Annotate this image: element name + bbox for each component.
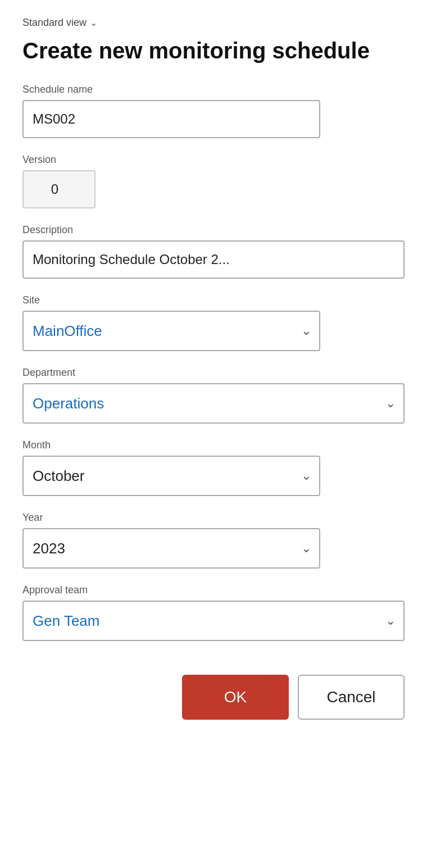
month-label: Month [22,439,405,451]
approval-team-select[interactable]: Gen Team Ops Team Finance Team [22,601,405,641]
month-select[interactable]: January February March April May June Ju… [22,456,320,496]
approval-team-label: Approval team [22,584,405,596]
site-select[interactable]: MainOffice BranchOffice [22,311,320,351]
department-select-wrapper: Operations HR IT Finance ⌄ [22,383,405,424]
version-input[interactable] [22,170,96,208]
approval-team-select-wrapper: Gen Team Ops Team Finance Team ⌄ [22,601,405,641]
description-label: Description [22,224,405,236]
department-group: Department Operations HR IT Finance ⌄ [22,367,405,424]
version-label: Version [22,154,405,166]
month-group: Month January February March April May J… [22,439,405,496]
description-input[interactable] [22,240,405,279]
page-title: Create new monitoring schedule [22,38,405,63]
ok-button[interactable]: OK [182,675,289,720]
approval-team-group: Approval team Gen Team Ops Team Finance … [22,584,405,641]
year-select[interactable]: 2021 2022 2023 2024 [22,528,320,569]
site-select-wrapper: MainOffice BranchOffice ⌄ [22,311,320,351]
year-group: Year 2021 2022 2023 2024 ⌄ [22,512,405,569]
year-select-wrapper: 2021 2022 2023 2024 ⌄ [22,528,320,569]
site-group: Site MainOffice BranchOffice ⌄ [22,294,405,351]
year-label: Year [22,512,405,524]
bottom-buttons: OK Cancel [22,675,405,720]
view-selector-label: Standard view [22,17,87,29]
view-selector-chevron-icon: ⌄ [90,17,97,28]
department-label: Department [22,367,405,379]
schedule-name-group: Schedule name [22,84,405,138]
department-select[interactable]: Operations HR IT Finance [22,383,405,424]
month-select-wrapper: January February March April May June Ju… [22,456,320,496]
version-group: Version [22,154,405,208]
site-label: Site [22,294,405,306]
schedule-name-input[interactable] [22,100,320,138]
schedule-name-label: Schedule name [22,84,405,96]
cancel-button[interactable]: Cancel [298,675,405,720]
view-selector[interactable]: Standard view ⌄ [22,17,405,29]
description-group: Description [22,224,405,279]
